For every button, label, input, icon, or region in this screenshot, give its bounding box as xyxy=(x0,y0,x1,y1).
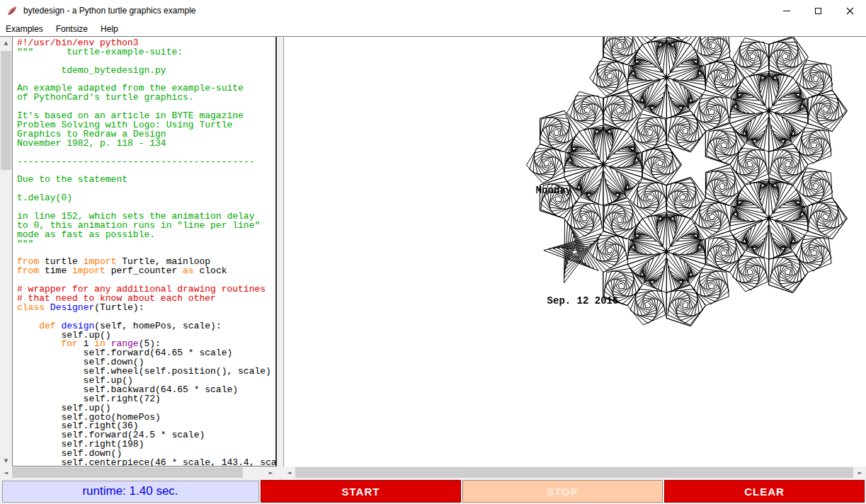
menu-examples[interactable]: Examples xyxy=(0,21,50,36)
scroll-right-icon[interactable]: ► xyxy=(265,466,277,479)
scroll-down-icon[interactable]: ▼ xyxy=(0,454,12,466)
code-horizontal-scrollbar[interactable]: ◄ ► xyxy=(0,466,277,479)
maximize-icon xyxy=(815,8,821,14)
code-vertical-scrollbar[interactable]: ▲ ▼ xyxy=(0,37,12,466)
code-line: ----------------------------------------… xyxy=(17,158,275,167)
turtle-canvas-area: Monday Sep. 12 2016 xyxy=(283,37,866,466)
stop-button[interactable]: STOP xyxy=(462,480,663,503)
code-vscroll-thumb[interactable] xyxy=(1,51,11,170)
titlebar[interactable]: bytedesign - a Python turtle graphics ex… xyxy=(0,0,866,21)
menubar: Examples Fontsize Help xyxy=(0,21,866,37)
pane-divider xyxy=(277,37,283,466)
app-window: bytedesign - a Python turtle graphics ex… xyxy=(0,0,866,504)
code-line: mode as fast as possible. xyxy=(17,231,275,240)
menu-help[interactable]: Help xyxy=(94,21,125,36)
code-line: Due to the statement xyxy=(17,176,275,185)
code-line: November 1982, p. 118 - 134 xyxy=(17,139,275,149)
code-line: """ turtle-example-suite: xyxy=(17,48,275,57)
window-title: bytedesign - a Python turtle graphics ex… xyxy=(23,6,195,16)
turtle-canvas xyxy=(284,37,866,466)
scroll-left-icon[interactable]: ◄ xyxy=(283,466,295,479)
canvas-text-date: Sep. 12 2016 xyxy=(547,295,619,307)
code-line: """ xyxy=(17,240,275,249)
scroll-right-icon[interactable]: ► xyxy=(854,466,866,479)
minimize-icon xyxy=(783,11,790,11)
runtime-label: runtime: 1.40 sec. xyxy=(1,480,259,503)
code-hscroll-thumb[interactable] xyxy=(12,467,243,478)
canvas-hscroll-thumb[interactable] xyxy=(295,467,853,478)
start-button[interactable]: START xyxy=(261,480,461,503)
close-button[interactable] xyxy=(834,0,866,21)
window-controls xyxy=(770,0,866,21)
close-icon xyxy=(846,7,854,15)
app-icon xyxy=(6,5,18,16)
scroll-left-icon[interactable]: ◄ xyxy=(0,466,12,479)
code-line: of PythonCard's turtle graphics. xyxy=(17,93,275,103)
maximize-button[interactable] xyxy=(802,0,834,21)
code-area[interactable]: #!/usr/bin/env python3""" turtle-example… xyxy=(12,37,277,466)
clear-button[interactable]: CLEAR xyxy=(664,480,865,503)
code-line: self.centerpiece(46 * scale, 143.4, scal… xyxy=(17,459,275,466)
menu-fontsize[interactable]: Fontsize xyxy=(50,21,94,36)
canvas-text-weekday: Monday xyxy=(536,185,571,196)
canvas-horizontal-scrollbar[interactable]: ◄ ► xyxy=(283,466,866,479)
code-line: from time import perf_counter as clock xyxy=(17,267,275,276)
code-line: class Designer(Turtle): xyxy=(17,304,275,313)
status-bar: runtime: 1.40 sec. START STOP CLEAR xyxy=(0,479,866,504)
minimize-button[interactable] xyxy=(770,0,802,21)
code-line: t.delay(0) xyxy=(17,194,275,203)
scroll-up-icon[interactable]: ▲ xyxy=(0,37,12,49)
code-line: tdemo_bytedesign.py xyxy=(17,67,275,76)
